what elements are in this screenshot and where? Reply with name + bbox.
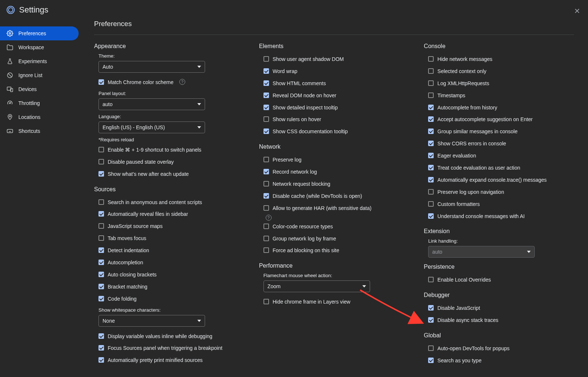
group-similar-checkbox[interactable]: Group similar messages in console: [424, 126, 574, 138]
theme-select[interactable]: Auto: [98, 61, 205, 73]
eager-eval-checkbox[interactable]: Eager evaluation: [424, 150, 574, 162]
disable-js-checkbox[interactable]: Disable JavaScript: [424, 302, 574, 314]
checkbox-icon: [98, 147, 104, 152]
section-debugger: Debugger: [424, 292, 574, 298]
record-log-checkbox[interactable]: Record network log: [259, 166, 409, 178]
autocomplete-checkbox[interactable]: Autocompletion: [94, 257, 244, 269]
accept-enter-checkbox[interactable]: Accept autocomplete suggestion on Enter: [424, 113, 574, 126]
checkbox-icon: [428, 201, 434, 207]
auto-open-checkbox[interactable]: Auto-open DevTools for popups: [424, 342, 574, 355]
pretty-print-checkbox[interactable]: Automatically pretty print minified sour…: [94, 354, 244, 366]
show-cors-checkbox[interactable]: Show CORS errors in console: [424, 138, 574, 150]
flame-select[interactable]: Zoom: [263, 280, 370, 292]
preserve-nav-checkbox[interactable]: Preserve log upon navigation: [424, 186, 574, 198]
show-whats-new-checkbox[interactable]: Show what's new after each update: [94, 168, 244, 180]
checkbox-icon: [428, 189, 434, 195]
sidebar-item-experiments[interactable]: Experiments: [0, 54, 79, 68]
checkbox-icon: [428, 213, 434, 219]
sidebar-item-label: Ignore List: [18, 72, 42, 78]
preserve-log-checkbox[interactable]: Preserve log: [259, 154, 409, 166]
panel-layout-label: Panel layout:: [98, 91, 244, 96]
checkbox-icon: [263, 193, 269, 199]
checkbox-icon: [428, 141, 434, 146]
allow-har-checkbox[interactable]: Allow to generate HAR (with sensitive da…: [259, 202, 409, 214]
focus-sources-checkbox[interactable]: Focus Sources panel when triggering a br…: [94, 342, 244, 354]
auto-expand-checkbox[interactable]: Automatically expand console.trace() mes…: [424, 174, 574, 186]
auto-closing-checkbox[interactable]: Auto closing brackets: [94, 269, 244, 281]
sidebar-item-workspace[interactable]: Workspace: [0, 40, 79, 54]
bracket-match-checkbox[interactable]: Bracket matching: [94, 281, 244, 293]
css-docs-checkbox[interactable]: Show CSS documentation tooltip: [259, 126, 409, 138]
section-persistence: Persistence: [424, 264, 574, 270]
disable-async-checkbox[interactable]: Disable async stack traces: [424, 314, 574, 326]
page-title: Preferences: [94, 20, 574, 35]
html-comments-checkbox[interactable]: Show HTML comments: [259, 77, 409, 90]
disable-cache-checkbox[interactable]: Disable cache (while DevTools is open): [259, 190, 409, 202]
force-ad-checkbox[interactable]: Force ad blocking on this site: [259, 244, 409, 257]
checkbox-icon: [428, 93, 434, 98]
word-wrap-checkbox[interactable]: Word wrap: [259, 65, 409, 77]
whitespace-select[interactable]: None: [98, 315, 205, 327]
search-anon-checkbox[interactable]: Search in anonymous and content scripts: [94, 196, 244, 209]
local-overrides-checkbox[interactable]: Enable Local Overrides: [424, 274, 574, 286]
sidebar-item-ignore-list[interactable]: Ignore List: [0, 68, 79, 82]
language-select[interactable]: English (US) - English (US): [98, 122, 205, 133]
request-blocking-checkbox[interactable]: Network request blocking: [259, 178, 409, 190]
rulers-checkbox[interactable]: Show rulers on hover: [259, 113, 409, 126]
flame-label: Flamechart mouse wheel action:: [263, 273, 409, 278]
enable-shortcut-checkbox[interactable]: Enable ⌘ + 1-9 shortcut to switch panels: [94, 144, 244, 156]
sidebar-item-throttling[interactable]: Throttling: [0, 96, 79, 110]
devtools-logo-icon: [7, 6, 15, 14]
section-elements: Elements: [259, 43, 409, 50]
whitespace-label: Show whitespace characters:: [98, 307, 244, 313]
link-handling-select[interactable]: auto: [428, 246, 535, 258]
checkbox-icon: [428, 153, 434, 158]
checkbox-icon: [263, 105, 269, 110]
selected-context-checkbox[interactable]: Selected context only: [424, 65, 574, 77]
checkbox-icon: [98, 247, 104, 253]
cancel-icon: [7, 72, 13, 79]
auto-reveal-checkbox[interactable]: Automatically reveal files in sidebar: [94, 208, 244, 220]
code-folding-checkbox[interactable]: Code folding: [94, 293, 244, 305]
timestamps-checkbox[interactable]: Timestamps: [424, 90, 574, 102]
flask-icon: [7, 58, 13, 65]
autocomplete-history-checkbox[interactable]: Autocomplete from history: [424, 102, 574, 114]
reveal-dom-checkbox[interactable]: Reveal DOM node on hover: [259, 90, 409, 102]
sidebar-item-devices[interactable]: Devices: [0, 82, 79, 96]
treat-code-checkbox[interactable]: Treat code evaluation as user action: [424, 162, 574, 174]
hide-chrome-frame-checkbox[interactable]: Hide chrome frame in Layers view: [259, 296, 409, 308]
js-source-maps-checkbox[interactable]: JavaScript source maps: [94, 220, 244, 232]
panel-layout-select[interactable]: auto: [98, 98, 205, 110]
disable-paused-checkbox[interactable]: Disable paused state overlay: [94, 156, 244, 168]
section-network: Network: [259, 144, 409, 150]
display-var-checkbox[interactable]: Display variable values inline while deb…: [94, 330, 244, 342]
search-type-checkbox[interactable]: Search as you type: [424, 355, 574, 367]
sidebar-item-label: Devices: [18, 86, 37, 92]
sidebar-item-label: Preferences: [18, 30, 46, 36]
shadow-dom-checkbox[interactable]: Show user agent shadow DOM: [259, 53, 409, 65]
title-divider: [94, 35, 574, 35]
group-frame-checkbox[interactable]: Group network log by frame: [259, 233, 409, 245]
checkbox-icon: [263, 128, 269, 134]
checkbox-icon: [428, 358, 434, 363]
close-button[interactable]: ✕: [573, 7, 581, 15]
keyboard-icon: [7, 128, 13, 134]
checkbox-icon: [428, 105, 434, 110]
color-code-checkbox[interactable]: Color-code resource types: [259, 221, 409, 233]
detailed-tooltip-checkbox[interactable]: Show detailed inspect tooltip: [259, 102, 409, 114]
match-chrome-checkbox[interactable]: Match Chrome color scheme ?: [94, 76, 244, 88]
log-xhr-checkbox[interactable]: Log XMLHttpRequests: [424, 77, 574, 90]
section-performance: Performance: [259, 262, 409, 269]
understand-ai-checkbox[interactable]: Understand console messages with AI: [424, 210, 574, 222]
tab-moves-checkbox[interactable]: Tab moves focus: [94, 232, 244, 244]
checkbox-icon: [98, 79, 104, 85]
detect-indent-checkbox[interactable]: Detect indentation: [94, 244, 244, 257]
help-icon[interactable]: ?: [266, 215, 272, 221]
sidebar-item-preferences[interactable]: Preferences: [0, 26, 79, 40]
help-icon[interactable]: ?: [179, 79, 185, 85]
sidebar-item-shortcuts[interactable]: Shortcuts: [0, 124, 79, 138]
custom-fmt-checkbox[interactable]: Custom formatters: [424, 198, 574, 210]
checkbox-icon: [98, 296, 104, 301]
sidebar-item-locations[interactable]: Locations: [0, 110, 79, 124]
hide-network-checkbox[interactable]: Hide network messages: [424, 53, 574, 65]
